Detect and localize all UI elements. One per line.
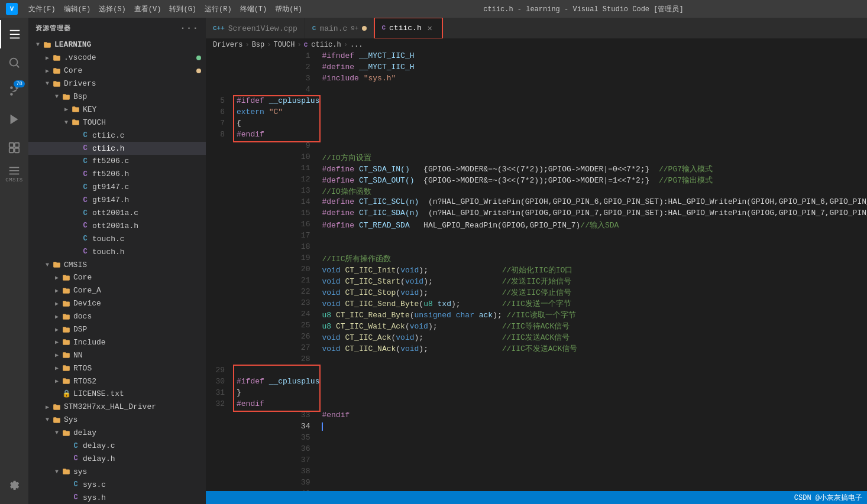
tree-item-sys-folder[interactable]: sys [28, 465, 206, 478]
tree-item-delay[interactable]: delay [28, 427, 206, 440]
tree-item-vscode[interactable]: .vscode [28, 51, 206, 64]
tree-item-gt9147-h[interactable]: gt9147.h [28, 194, 206, 207]
activity-run-debug[interactable] [0, 105, 28, 134]
line-content-19: //IIC所有操作函数 [319, 253, 867, 265]
tree-item-touch[interactable]: TOUCH [28, 116, 206, 129]
tree-item-sys[interactable]: Sys [28, 414, 206, 427]
tree-item-sys-h[interactable]: sys.h [28, 491, 206, 504]
folder-icon-core-top [52, 66, 62, 76]
menu-view[interactable]: 查看(V) [131, 3, 165, 15]
line-num-1: 1 [206, 51, 319, 63]
tree-arrow-core-a [52, 286, 62, 295]
tree-item-touch-h[interactable]: touch.h [28, 245, 206, 258]
tree-item-dsp[interactable]: DSP [28, 323, 206, 336]
tree-item-gt9147-c[interactable]: gt9147.c [28, 181, 206, 194]
line-content-40 [319, 489, 867, 491]
sidebar-menu-dots[interactable]: ··· [180, 23, 199, 34]
tree-item-device[interactable]: Device [28, 297, 206, 310]
svg-point-0 [10, 58, 18, 66]
code-line-17: 17 [206, 231, 867, 242]
tab-ctiic-h[interactable]: C ctiic.h ✕ [374, 18, 442, 38]
activity-extensions[interactable] [0, 134, 28, 162]
tree-item-license[interactable]: 🔒 LICENSE.txt [28, 388, 206, 401]
tree-item-cmsis[interactable]: CMSIS [28, 258, 206, 271]
tree-item-include[interactable]: Include [28, 336, 206, 349]
menu-bar[interactable]: 文件(F) 编辑(E) 选择(S) 查看(V) 转到(G) 运行(R) 终端(T… [25, 3, 306, 15]
line-num-28: 28 [206, 355, 319, 366]
menu-edit[interactable]: 编辑(E) [60, 3, 95, 15]
tree-item-ott2001a-c[interactable]: ott2001a.c [28, 207, 206, 220]
code-line-26: 26 void CT_IIC_Ack(void); //IIC发送ACK信号 [206, 332, 867, 343]
menu-select[interactable]: 选择(S) [95, 3, 130, 15]
tree-item-bsp[interactable]: Bsp [28, 90, 206, 103]
code-container: 1 #ifndef __MYCT_IIC_H 2 #define __MYCT_… [206, 51, 867, 491]
tree-arrow-docs [52, 312, 62, 321]
menu-goto[interactable]: 转到(G) [166, 3, 200, 15]
line-num-3: 3 [206, 74, 319, 85]
line-num-4: 4 [206, 85, 319, 96]
breadcrumb-sep-4: › [344, 41, 348, 49]
tree-item-ott2001a-h[interactable]: ott2001a.h [28, 219, 206, 232]
code-line-24: 24 u8 CT_IIC_Read_Byte(unsigned char ack… [206, 310, 867, 321]
tab-screen1view[interactable]: C++ Screen1View.cpp [206, 18, 305, 38]
tree-item-delay-c[interactable]: delay.c [28, 440, 206, 453]
tree-item-rtos[interactable]: RTOS [28, 362, 206, 375]
file-icon-sys-c [71, 480, 80, 489]
tree-arrow-key [62, 105, 71, 114]
breadcrumb-sep-1: › [245, 41, 249, 49]
tree-item-core[interactable]: Core [28, 271, 206, 284]
tree-item-delay-h[interactable]: delay.h [28, 453, 206, 466]
svg-point-4 [10, 93, 13, 96]
tree-label-bsp: Bsp [73, 92, 87, 101]
menu-file[interactable]: 文件(F) [25, 3, 59, 15]
tree-label-delay-h: delay.h [83, 454, 115, 463]
breadcrumb-drivers[interactable]: Drivers [213, 41, 242, 49]
breadcrumb-bsp[interactable]: Bsp [252, 41, 265, 49]
activity-explorer[interactable] [0, 20, 28, 48]
tree-item-ctiic-h[interactable]: ctiic.h [28, 142, 206, 155]
tree-label-sys-c: sys.c [83, 480, 106, 489]
code-line-27: 27 void CT_IIC_NAck(void); //IIC不发送ACK信号 [206, 343, 867, 355]
menu-run[interactable]: 运行(R) [201, 3, 235, 15]
tree-item-core-top[interactable]: Core [28, 64, 206, 77]
tree-arrow-nn [52, 350, 62, 360]
tree-item-drivers[interactable]: Drivers [28, 77, 206, 90]
tab-main-c[interactable]: C main.c 9+ [305, 18, 375, 38]
tree-item-ft5206-h[interactable]: ft5206.h [28, 168, 206, 181]
breadcrumb-ctiic-h[interactable]: ctiic.h [311, 41, 341, 49]
editor[interactable]: 1 #ifndef __MYCT_IIC_H 2 #define __MYCT_… [206, 51, 867, 491]
menu-terminal[interactable]: 终端(T) [237, 3, 271, 15]
code-line-32: 32 #endif [206, 399, 319, 411]
activity-source-control[interactable]: 78 [0, 77, 28, 105]
tree-item-docs[interactable]: docs [28, 310, 206, 323]
tree-item-sys-c[interactable]: sys.c [28, 478, 206, 491]
line-num-7: 7 [206, 119, 234, 130]
breadcrumb-touch[interactable]: TOUCH [273, 41, 295, 49]
tree-item-key[interactable]: KEY [28, 103, 206, 116]
tree-item-core-a[interactable]: Core_A [28, 284, 206, 297]
tree-item-rtos2[interactable]: RTOS2 [28, 375, 206, 388]
tree-item-nn[interactable]: NN [28, 349, 206, 362]
line-num-20: 20 [206, 265, 319, 276]
tree-item-touch-c[interactable]: touch.c [28, 232, 206, 245]
tree-label-delay-c: delay.c [83, 441, 115, 450]
tree-label-drivers: Drivers [64, 79, 96, 88]
line-num-11: 11 [206, 164, 319, 175]
activity-cmsis[interactable]: CMSIS [0, 162, 28, 187]
tree-item-ctiic-c[interactable]: ctiic.c [28, 129, 206, 142]
line-content-21: void CT_IIC_Start(void); //发送IIC开始信号 [319, 276, 867, 287]
line-content-28 [319, 355, 867, 366]
line-num-40: 40 [206, 489, 319, 491]
activity-settings[interactable] [0, 471, 28, 499]
tree-item-learning[interactable]: LEARNING [28, 38, 206, 51]
tree-item-hal-driver[interactable]: STM32H7xx_HAL_Driver [28, 401, 206, 414]
breadcrumb-more[interactable]: ... [350, 41, 363, 49]
folder-icon-cmsis [52, 260, 62, 269]
tree-arrow-touch [62, 118, 71, 127]
activity-search[interactable] [0, 48, 28, 77]
tree-item-ft5206-c[interactable]: ft5206.c [28, 155, 206, 168]
tree-arrow-drivers [43, 79, 52, 89]
menu-help[interactable]: 帮助(H) [271, 3, 306, 15]
tab-close-ctiic-h[interactable]: ✕ [425, 23, 435, 32]
line-num-19: 19 [206, 253, 319, 265]
